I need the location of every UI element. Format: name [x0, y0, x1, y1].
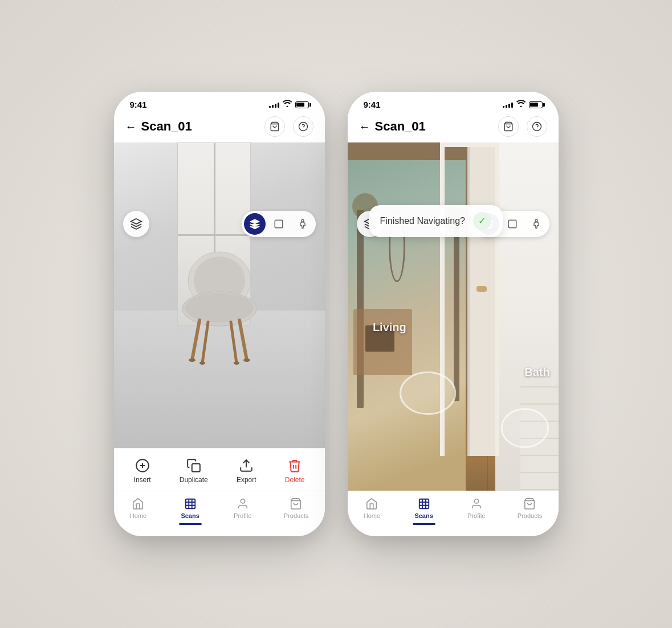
- svg-rect-21: [192, 464, 199, 472]
- signal-icon-2: [503, 101, 513, 108]
- svg-line-13: [231, 322, 237, 363]
- page-title-2: Scan_01: [375, 119, 426, 134]
- check-icon-2: ✓: [478, 215, 486, 226]
- svg-point-5: [301, 219, 303, 222]
- living-label-2: Living: [373, 321, 406, 334]
- door-panel-2: [467, 147, 495, 456]
- nav-products-1[interactable]: Products: [275, 496, 317, 526]
- battery-icon-2: [529, 101, 543, 108]
- svg-line-11: [239, 320, 247, 360]
- home-label-1: Home: [130, 512, 146, 519]
- home-icon-1: [131, 497, 145, 511]
- finished-nav-popup-2[interactable]: Finished Navigating? ✓: [369, 205, 503, 237]
- battery-icon-1: [295, 101, 309, 108]
- duplicate-label-1: Duplicate: [180, 476, 208, 484]
- cart-icon-2: [503, 121, 514, 132]
- content-area-2: Living Bath Finished Navigating? ✓: [348, 142, 559, 491]
- nav-products-2[interactable]: Products: [508, 496, 551, 526]
- square-icon-1: [274, 219, 284, 229]
- status-bar-1: 9:41: [114, 92, 325, 114]
- 3d-box-icon-1: [249, 218, 260, 230]
- status-time-1: 9:41: [130, 100, 147, 109]
- svg-point-1: [299, 123, 307, 131]
- export-label-1: Export: [237, 476, 256, 484]
- finished-nav-check-2[interactable]: ✓: [473, 212, 491, 230]
- nav-profile-2[interactable]: Profile: [458, 496, 494, 526]
- nav-scans-1[interactable]: Scans: [170, 496, 211, 526]
- nav-room-background-2: Living Bath Finished Navigating? ✓: [348, 142, 559, 491]
- home-icon-2: [365, 497, 378, 511]
- action-bar-1: Insert Duplicate: [114, 448, 325, 491]
- cart-icon-1: [270, 121, 280, 132]
- nav-header-1: ← Scan_01: [114, 114, 325, 142]
- svg-point-9: [185, 293, 254, 323]
- active-indicator-1: [179, 523, 202, 525]
- bottom-nav-1: Home Scans Prof: [114, 491, 325, 536]
- svg-marker-3: [131, 219, 141, 224]
- home-label-2: Home: [364, 512, 380, 519]
- nav-home-2[interactable]: Home: [355, 496, 389, 526]
- svg-rect-34: [419, 499, 429, 509]
- nav-left-2: ← Scan_01: [359, 119, 426, 134]
- delete-label-1: Delete: [285, 476, 305, 484]
- wifi-icon-1: [283, 100, 292, 109]
- insert-icon-1: [135, 458, 150, 474]
- delete-icon-1: [287, 458, 303, 474]
- action-buttons-1: Insert Duplicate: [120, 455, 319, 486]
- cart-button-2[interactable]: [498, 116, 519, 137]
- bath-label-2: Bath: [524, 366, 549, 379]
- layers-button-1[interactable]: [123, 211, 149, 237]
- ar-room-background-1: [114, 142, 325, 448]
- insert-button-1[interactable]: Insert: [128, 455, 157, 486]
- help-icon-1: [298, 121, 308, 132]
- duplicate-button-1[interactable]: Duplicate: [174, 455, 214, 486]
- back-button-2[interactable]: ←: [359, 120, 370, 133]
- products-label-2: Products: [518, 512, 542, 519]
- view-mode-group-1: [242, 211, 316, 237]
- nav-left-1: ← Scan_01: [125, 119, 192, 134]
- back-button-1[interactable]: ←: [125, 120, 137, 133]
- view-3d-button-1[interactable]: [244, 213, 266, 235]
- door-frame-2: [440, 142, 499, 456]
- products-label-1: Products: [284, 512, 308, 519]
- view-person-button-1[interactable]: [292, 213, 313, 235]
- svg-point-15: [243, 358, 250, 362]
- content-area-1: [114, 142, 325, 448]
- phone-1: 9:41 ← Scan_01: [114, 92, 325, 536]
- ar-chair-1: [168, 246, 271, 372]
- view-flat-button-1[interactable]: [268, 213, 290, 235]
- svg-point-17: [234, 361, 239, 365]
- view-person-button-2[interactable]: [526, 213, 547, 235]
- status-bar-2: 9:41: [348, 92, 559, 114]
- status-icons-2: [503, 100, 543, 109]
- person-icon-1: [297, 218, 308, 230]
- svg-line-10: [192, 320, 199, 360]
- cart-button-1[interactable]: [264, 116, 285, 137]
- chair-svg-1: [168, 246, 271, 372]
- svg-rect-30: [508, 220, 516, 228]
- help-icon-2: [532, 121, 542, 132]
- svg-point-27: [532, 123, 541, 131]
- delete-button-1[interactable]: Delete: [279, 455, 311, 486]
- nav-profile-1[interactable]: Profile: [225, 496, 260, 526]
- nav-right-2: [498, 116, 547, 137]
- svg-point-16: [199, 361, 205, 365]
- help-button-1[interactable]: [293, 116, 313, 137]
- phone-2: 9:41 ← Scan_01: [348, 92, 559, 536]
- export-button-1[interactable]: Export: [231, 455, 262, 486]
- wall-tiles-2: [520, 386, 559, 491]
- nav-home-1[interactable]: Home: [121, 496, 156, 526]
- profile-label-2: Profile: [467, 512, 485, 519]
- export-icon-1: [238, 458, 254, 474]
- right-wall-2: [495, 142, 559, 491]
- scans-label-1: Scans: [181, 512, 199, 519]
- scans-label-2: Scans: [414, 512, 433, 519]
- status-time-2: 9:41: [364, 100, 381, 109]
- help-button-2[interactable]: [527, 116, 547, 137]
- view-flat-button-2[interactable]: [502, 213, 523, 235]
- nav-scans-2[interactable]: Scans: [404, 496, 445, 526]
- profile-icon-1: [236, 497, 250, 511]
- person-icon-2: [531, 218, 542, 230]
- svg-point-24: [241, 499, 245, 503]
- nav-right-1: [264, 116, 313, 137]
